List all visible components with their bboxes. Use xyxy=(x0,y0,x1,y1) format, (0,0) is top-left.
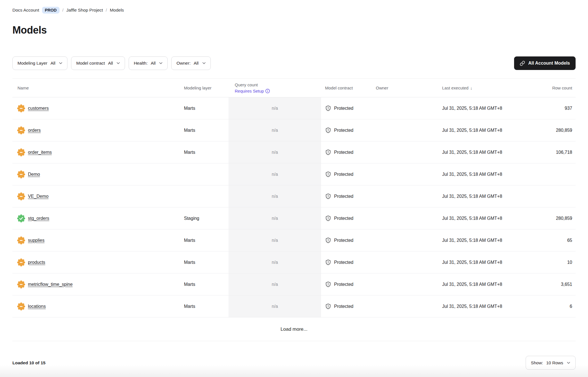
model-contract-cell: Protected xyxy=(321,105,372,111)
load-more-button[interactable]: Load more... xyxy=(12,317,576,341)
model-name-link[interactable]: products xyxy=(28,260,45,265)
modeling-layer-filter[interactable]: Modeling Layer All xyxy=(12,56,67,70)
query-count-value: n/a xyxy=(229,141,321,163)
model-contract-cell: Protected xyxy=(321,149,372,155)
name-cell: stg_orders xyxy=(12,214,184,222)
show-rows-dropdown[interactable]: Show: 10 Rows xyxy=(526,356,576,370)
filter-bar: Modeling Layer All Model contract All He… xyxy=(12,56,576,70)
table-row: customers Marts n/a Protected Jul 31, 20… xyxy=(12,97,576,119)
query-count-value: n/a xyxy=(229,185,321,207)
table-row: stg_orders Staging n/a Protected Jul 31,… xyxy=(12,207,576,229)
name-cell: orders xyxy=(12,126,184,134)
row-count-value: 10 xyxy=(528,260,576,265)
model-health-status-icon xyxy=(17,126,25,134)
environment-badge: PROD xyxy=(42,7,60,14)
model-name-link[interactable]: Demo xyxy=(28,172,40,177)
model-contract-cell: Protected xyxy=(321,259,372,266)
column-header-owner[interactable]: Owner xyxy=(372,86,439,90)
models-table: Name Modeling layer Query count Requires… xyxy=(12,78,576,341)
query-count-value: n/a xyxy=(229,119,321,141)
last-executed-value: Jul 31, 2025, 5:18 AM GMT+8 xyxy=(439,194,528,199)
column-header-last-executed[interactable]: Last executed↓ xyxy=(439,86,528,90)
health-filter[interactable]: Health: All xyxy=(129,56,168,70)
shield-icon xyxy=(325,237,331,244)
table-row: Demo n/a Protected Jul 31, 2025, 5:18 AM… xyxy=(12,163,576,185)
model-health-status-icon xyxy=(17,214,25,222)
model-name-link[interactable]: VE_Demo xyxy=(28,194,49,199)
model-health-status-icon xyxy=(17,303,25,310)
filter-value: All xyxy=(151,61,155,66)
model-contract-label: Protected xyxy=(334,172,353,177)
requires-setup-link[interactable]: Requires Setup xyxy=(235,88,270,94)
model-name-link[interactable]: order_items xyxy=(28,150,52,155)
model-health-status-icon xyxy=(17,170,25,178)
owner-filter[interactable]: Owner: All xyxy=(171,56,210,70)
name-cell: metricflow_time_spine xyxy=(12,280,184,288)
shield-icon xyxy=(325,303,331,310)
model-name-link[interactable]: orders xyxy=(28,128,41,133)
column-header-row-count[interactable]: Row count xyxy=(528,86,576,90)
chevron-down-icon xyxy=(202,62,206,64)
models-page: Docs Account PROD / Jaffle Shop Project … xyxy=(0,0,588,377)
table-body: customers Marts n/a Protected Jul 31, 20… xyxy=(12,97,576,317)
model-name-link[interactable]: supplies xyxy=(28,238,45,243)
breadcrumb-current: Models xyxy=(110,8,124,13)
query-count-value: n/a xyxy=(229,163,321,185)
breadcrumb-account-link[interactable]: Docs Account xyxy=(12,8,39,13)
breadcrumb-project-link[interactable]: Jaffle Shop Project xyxy=(66,8,103,13)
model-contract-filter[interactable]: Model contract All xyxy=(71,56,125,70)
model-contract-cell: Protected xyxy=(321,281,372,288)
modeling-layer-value: Marts xyxy=(184,304,229,309)
model-name-link[interactable]: customers xyxy=(28,106,49,111)
table-header-row: Name Modeling layer Query count Requires… xyxy=(12,78,576,97)
shield-icon xyxy=(325,281,331,288)
show-rows-label: Show: xyxy=(531,360,543,365)
model-name-link[interactable]: locations xyxy=(28,304,46,309)
last-executed-value: Jul 31, 2025, 5:18 AM GMT+8 xyxy=(439,172,528,177)
all-account-models-label: All Account Models xyxy=(528,61,570,66)
loaded-count-text: Loaded 10 of 15 xyxy=(12,360,45,365)
table-footer: Loaded 10 of 15 Show: 10 Rows xyxy=(12,356,576,370)
last-executed-value: Jul 31, 2025, 5:18 AM GMT+8 xyxy=(439,106,528,111)
modeling-layer-value: Marts xyxy=(184,282,229,287)
filter-value: All xyxy=(108,61,113,66)
column-header-modeling-layer[interactable]: Modeling layer xyxy=(184,86,229,90)
model-contract-label: Protected xyxy=(334,282,353,287)
all-account-models-button[interactable]: All Account Models xyxy=(514,56,576,70)
breadcrumb-separator: / xyxy=(62,8,63,13)
last-executed-value: Jul 31, 2025, 5:18 AM GMT+8 xyxy=(439,304,528,309)
filter-value: All xyxy=(51,61,55,66)
shield-icon xyxy=(325,193,331,200)
breadcrumb: Docs Account PROD / Jaffle Shop Project … xyxy=(12,0,576,14)
row-count-value: 106,718 xyxy=(528,150,576,155)
model-contract-label: Protected xyxy=(334,128,353,133)
model-contract-label: Protected xyxy=(334,260,353,265)
table-row: orders Marts n/a Protected Jul 31, 2025,… xyxy=(12,119,576,141)
info-icon xyxy=(265,89,270,93)
table-row: locations Marts n/a Protected Jul 31, 20… xyxy=(12,295,576,317)
modeling-layer-value: Marts xyxy=(184,238,229,243)
last-executed-value: Jul 31, 2025, 5:18 AM GMT+8 xyxy=(439,216,528,221)
filter-group: Modeling Layer All Model contract All He… xyxy=(12,56,211,70)
model-contract-label: Protected xyxy=(334,194,353,199)
query-count-value: n/a xyxy=(229,295,321,317)
row-count-value: 937 xyxy=(528,106,576,111)
column-header-name[interactable]: Name xyxy=(12,86,184,90)
model-health-status-icon xyxy=(17,192,25,200)
query-count-value: n/a xyxy=(229,207,321,229)
row-count-value: 280,859 xyxy=(528,216,576,221)
breadcrumb-separator: / xyxy=(106,8,107,13)
model-name-link[interactable]: stg_orders xyxy=(28,216,49,221)
shield-icon xyxy=(325,127,331,133)
shield-icon xyxy=(325,149,331,155)
model-name-link[interactable]: metricflow_time_spine xyxy=(28,282,73,287)
model-contract-label: Protected xyxy=(334,150,353,155)
model-contract-cell: Protected xyxy=(321,127,372,133)
modeling-layer-value: Marts xyxy=(184,150,229,155)
filter-label: Owner: xyxy=(176,61,190,66)
column-header-model-contract[interactable]: Model contract xyxy=(321,86,372,90)
name-cell: locations xyxy=(12,303,184,310)
table-row: metricflow_time_spine Marts n/a Protecte… xyxy=(12,273,576,295)
name-cell: products xyxy=(12,258,184,266)
model-contract-label: Protected xyxy=(334,106,353,111)
